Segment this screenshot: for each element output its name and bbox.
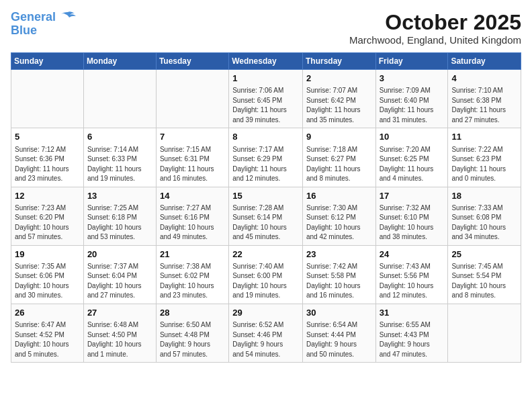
day-info: Sunrise: 6:52 AMSunset: 4:46 PMDaylight:…: [232, 320, 299, 359]
day-info: Sunrise: 6:48 AMSunset: 4:50 PMDaylight:…: [87, 320, 152, 359]
day-info: Sunrise: 7:35 AMSunset: 6:06 PMDaylight:…: [15, 262, 80, 301]
calendar-cell: 24Sunrise: 7:43 AMSunset: 5:56 PMDayligh…: [375, 245, 448, 304]
calendar-cell: 30Sunrise: 6:54 AMSunset: 4:44 PMDayligh…: [302, 304, 375, 362]
calendar-cell: 19Sunrise: 7:35 AMSunset: 6:06 PMDayligh…: [11, 245, 84, 304]
calendar-week-5: 26Sunrise: 6:47 AMSunset: 4:52 PMDayligh…: [11, 304, 521, 362]
day-info: Sunrise: 7:30 AMSunset: 6:12 PMDaylight:…: [306, 203, 372, 242]
calendar-cell: 6Sunrise: 7:14 AMSunset: 6:33 PMDaylight…: [83, 128, 156, 187]
day-number: 10: [380, 131, 445, 143]
day-info: Sunrise: 7:17 AMSunset: 6:29 PMDaylight:…: [232, 145, 299, 184]
logo-text: General Blue: [11, 11, 56, 38]
day-info: Sunrise: 7:37 AMSunset: 6:04 PMDaylight:…: [87, 262, 152, 301]
day-info: Sunrise: 7:20 AMSunset: 6:25 PMDaylight:…: [380, 145, 445, 184]
day-number: 24: [380, 248, 445, 261]
calendar-cell: 4Sunrise: 7:10 AMSunset: 6:38 PMDaylight…: [448, 70, 521, 128]
weekday-header-tuesday: Tuesday: [156, 53, 228, 70]
day-number: 1: [232, 73, 299, 85]
calendar-cell: 9Sunrise: 7:18 AMSunset: 6:27 PMDaylight…: [302, 128, 375, 187]
day-info: Sunrise: 7:32 AMSunset: 6:10 PMDaylight:…: [380, 203, 445, 242]
logo-bird-icon: [58, 11, 77, 26]
day-number: 11: [451, 131, 517, 143]
month-title: October 2025: [349, 11, 521, 34]
calendar-cell: 25Sunrise: 7:45 AMSunset: 5:54 PMDayligh…: [448, 245, 521, 304]
day-number: 21: [160, 248, 225, 261]
calendar-cell: 26Sunrise: 6:47 AMSunset: 4:52 PMDayligh…: [11, 304, 84, 362]
day-info: Sunrise: 7:12 AMSunset: 6:36 PMDaylight:…: [15, 145, 80, 184]
day-number: 28: [160, 307, 225, 319]
day-number: 29: [232, 307, 299, 319]
calendar-cell: 22Sunrise: 7:40 AMSunset: 6:00 PMDayligh…: [229, 245, 303, 304]
day-info: Sunrise: 7:40 AMSunset: 6:00 PMDaylight:…: [232, 262, 299, 301]
calendar-cell: 31Sunrise: 6:55 AMSunset: 4:43 PMDayligh…: [375, 304, 448, 362]
weekday-header-saturday: Saturday: [448, 53, 521, 70]
day-number: 31: [380, 307, 445, 319]
calendar-cell: 20Sunrise: 7:37 AMSunset: 6:04 PMDayligh…: [83, 245, 156, 304]
header: General Blue October 2025 Marchwood, Eng…: [11, 11, 521, 46]
day-number: 14: [160, 190, 225, 202]
calendar-cell: [83, 70, 156, 128]
calendar-cell: 7Sunrise: 7:15 AMSunset: 6:31 PMDaylight…: [156, 128, 228, 187]
calendar-cell: 15Sunrise: 7:28 AMSunset: 6:14 PMDayligh…: [229, 187, 303, 245]
day-info: Sunrise: 6:54 AMSunset: 4:44 PMDaylight:…: [306, 320, 372, 359]
day-number: 26: [15, 307, 80, 319]
calendar-cell: 8Sunrise: 7:17 AMSunset: 6:29 PMDaylight…: [229, 128, 303, 187]
day-number: 12: [15, 190, 80, 202]
day-number: 20: [87, 248, 152, 261]
day-number: 5: [15, 131, 80, 143]
day-number: 22: [232, 248, 299, 261]
calendar-week-2: 5Sunrise: 7:12 AMSunset: 6:36 PMDaylight…: [11, 128, 521, 187]
weekday-header-monday: Monday: [83, 53, 156, 70]
calendar-cell: 11Sunrise: 7:22 AMSunset: 6:23 PMDayligh…: [448, 128, 521, 187]
day-number: 30: [306, 307, 372, 319]
calendar: SundayMondayTuesdayWednesdayThursdayFrid…: [11, 52, 521, 363]
day-info: Sunrise: 6:50 AMSunset: 4:48 PMDaylight:…: [160, 320, 225, 359]
day-number: 18: [451, 190, 517, 202]
day-number: 25: [451, 248, 517, 261]
day-number: 17: [380, 190, 445, 202]
day-info: Sunrise: 6:55 AMSunset: 4:43 PMDaylight:…: [380, 320, 445, 359]
calendar-cell: 10Sunrise: 7:20 AMSunset: 6:25 PMDayligh…: [375, 128, 448, 187]
day-info: Sunrise: 7:25 AMSunset: 6:18 PMDaylight:…: [87, 203, 152, 242]
day-info: Sunrise: 7:09 AMSunset: 6:40 PMDaylight:…: [380, 86, 445, 125]
day-info: Sunrise: 7:15 AMSunset: 6:31 PMDaylight:…: [160, 145, 225, 184]
calendar-cell: 12Sunrise: 7:23 AMSunset: 6:20 PMDayligh…: [11, 187, 84, 245]
calendar-cell: 29Sunrise: 6:52 AMSunset: 4:46 PMDayligh…: [229, 304, 303, 362]
weekday-header-friday: Friday: [375, 53, 448, 70]
calendar-cell: 21Sunrise: 7:38 AMSunset: 6:02 PMDayligh…: [156, 245, 228, 304]
day-info: Sunrise: 7:27 AMSunset: 6:16 PMDaylight:…: [160, 203, 225, 242]
day-number: 2: [306, 73, 372, 85]
calendar-cell: 28Sunrise: 6:50 AMSunset: 4:48 PMDayligh…: [156, 304, 228, 362]
logo-general: General: [11, 10, 56, 24]
logo: General Blue: [11, 11, 77, 38]
weekday-header-sunday: Sunday: [11, 53, 84, 70]
day-number: 8: [232, 131, 299, 143]
title-block: October 2025 Marchwood, England, United …: [349, 11, 521, 46]
day-info: Sunrise: 6:47 AMSunset: 4:52 PMDaylight:…: [15, 320, 80, 359]
calendar-cell: 18Sunrise: 7:33 AMSunset: 6:08 PMDayligh…: [448, 187, 521, 245]
calendar-cell: 5Sunrise: 7:12 AMSunset: 6:36 PMDaylight…: [11, 128, 84, 187]
day-info: Sunrise: 7:42 AMSunset: 5:58 PMDaylight:…: [306, 262, 372, 301]
day-info: Sunrise: 7:07 AMSunset: 6:42 PMDaylight:…: [306, 86, 372, 125]
day-number: 3: [380, 73, 445, 85]
day-info: Sunrise: 7:18 AMSunset: 6:27 PMDaylight:…: [306, 145, 372, 184]
day-number: 7: [160, 131, 225, 143]
logo-blue: Blue: [11, 24, 37, 37]
calendar-cell: 23Sunrise: 7:42 AMSunset: 5:58 PMDayligh…: [302, 245, 375, 304]
day-number: 19: [15, 248, 80, 261]
calendar-week-3: 12Sunrise: 7:23 AMSunset: 6:20 PMDayligh…: [11, 187, 521, 245]
day-number: 27: [87, 307, 152, 319]
day-info: Sunrise: 7:45 AMSunset: 5:54 PMDaylight:…: [451, 262, 517, 301]
calendar-cell: 2Sunrise: 7:07 AMSunset: 6:42 PMDaylight…: [302, 70, 375, 128]
calendar-cell: [11, 70, 84, 128]
calendar-cell: 17Sunrise: 7:32 AMSunset: 6:10 PMDayligh…: [375, 187, 448, 245]
day-info: Sunrise: 7:38 AMSunset: 6:02 PMDaylight:…: [160, 262, 225, 301]
day-number: 13: [87, 190, 152, 202]
calendar-cell: 27Sunrise: 6:48 AMSunset: 4:50 PMDayligh…: [83, 304, 156, 362]
day-info: Sunrise: 7:10 AMSunset: 6:38 PMDaylight:…: [451, 86, 517, 125]
page: General Blue October 2025 Marchwood, Eng…: [0, 0, 532, 411]
calendar-cell: [448, 304, 521, 362]
day-info: Sunrise: 7:22 AMSunset: 6:23 PMDaylight:…: [451, 145, 517, 184]
day-info: Sunrise: 7:14 AMSunset: 6:33 PMDaylight:…: [87, 145, 152, 184]
weekday-header-wednesday: Wednesday: [229, 53, 303, 70]
calendar-cell: 16Sunrise: 7:30 AMSunset: 6:12 PMDayligh…: [302, 187, 375, 245]
